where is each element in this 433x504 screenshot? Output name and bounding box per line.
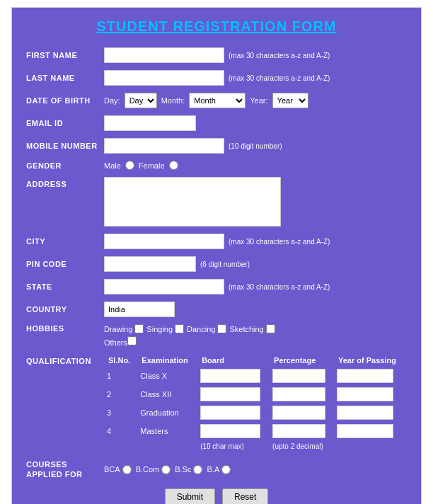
qual-sl: 1 — [104, 367, 137, 385]
month-select[interactable]: MonthJanuaryFebruaryMarchAprilMayJuneJul… — [189, 93, 246, 108]
gender-options: Male Female — [104, 161, 178, 170]
qual-year-input[interactable] — [337, 424, 393, 438]
city-hint: (max 30 characters a-z and A-Z) — [229, 238, 330, 246]
qual-exam: Graduation — [137, 403, 197, 422]
hobby-singing-check[interactable] — [175, 324, 184, 333]
hobby-sketching[interactable]: Sketching — [229, 324, 275, 333]
email-input[interactable] — [104, 115, 196, 131]
qualification-section: QUALIFICATION Sl.No. Examination Board P… — [26, 354, 407, 452]
courses-label: COURSESAPPLIED FOR — [26, 459, 104, 480]
address-row: ADDRESS — [26, 177, 407, 227]
address-input[interactable] — [104, 177, 281, 227]
course-ba-radio[interactable] — [221, 465, 231, 474]
qual-board-input[interactable] — [200, 424, 260, 438]
form-container: STUDENT REGISTRATION FORM FIRST NAME (ma… — [11, 7, 422, 504]
pin-hint: (6 digit number) — [200, 260, 250, 268]
hobby-dancing[interactable]: Dancing — [187, 324, 226, 333]
qual-th-year: Year of Passing — [334, 354, 407, 367]
qual-pct-input[interactable] — [272, 369, 325, 383]
qual-pct-cell — [270, 385, 334, 403]
pin-input[interactable] — [104, 256, 196, 272]
button-row: Submit Reset — [26, 488, 407, 504]
qual-pct-cell — [270, 367, 334, 385]
pin-row: PIN CODE (6 digit number) — [26, 256, 407, 272]
board-hint: (10 char max) — [197, 440, 270, 452]
address-label: ADDRESS — [26, 177, 104, 188]
reset-button[interactable]: Reset — [222, 488, 268, 504]
course-bcom[interactable]: B.Com — [136, 465, 171, 474]
last-name-row: LAST NAME (max 30 characters a-z and A-Z… — [26, 70, 407, 86]
qual-hint-row: (10 char max) (upto 2 decimal) — [104, 440, 407, 452]
mobile-input[interactable] — [104, 138, 224, 154]
qual-year-cell — [334, 385, 407, 403]
gender-male-radio[interactable] — [125, 161, 134, 170]
hobby-drawing[interactable]: Drawing — [104, 324, 144, 333]
day-label: Day: — [104, 96, 120, 105]
male-label: Male — [104, 161, 121, 170]
qual-board-input[interactable] — [200, 406, 260, 420]
last-name-hint: (max 30 characters a-z and A-Z) — [229, 74, 330, 82]
course-bca-radio[interactable] — [122, 465, 132, 474]
state-row: STATE (max 30 characters a-z and A-Z) — [26, 279, 407, 294]
hobby-dancing-check[interactable] — [217, 324, 226, 333]
qual-pct-input[interactable] — [272, 424, 325, 438]
last-name-label: LAST NAME — [26, 74, 104, 82]
gender-row: GENDER Male Female — [26, 161, 407, 170]
year-select[interactable]: Year200020012002200320042005200620072008… — [272, 93, 308, 108]
qual-th-board: Board — [197, 354, 270, 367]
qual-board-cell — [197, 403, 270, 422]
qual-board-input[interactable] — [200, 369, 260, 383]
pct-hint: (upto 2 decimal) — [270, 440, 334, 452]
year-label: Year: — [250, 96, 267, 105]
qual-year-input[interactable] — [337, 369, 393, 383]
email-row: EMAIL ID — [26, 115, 407, 131]
courses-options: BCA B.Com B.Sc B.A — [104, 465, 231, 474]
qualification-label: QUALIFICATION — [26, 354, 104, 365]
qual-sl: 4 — [104, 422, 137, 440]
mobile-hint: (10 digit number) — [229, 142, 282, 150]
qual-board-input[interactable] — [200, 387, 260, 401]
qual-sl: 3 — [104, 403, 137, 422]
country-label: COUNTRY — [26, 305, 104, 314]
last-name-input[interactable] — [104, 70, 224, 86]
gender-female-radio[interactable] — [169, 161, 178, 170]
qual-th-pct: Percentage — [270, 354, 334, 367]
course-bsc[interactable]: B.Sc — [175, 465, 202, 474]
submit-button[interactable]: Submit — [165, 488, 215, 504]
qual-year-input[interactable] — [337, 387, 393, 401]
state-input[interactable] — [104, 279, 224, 294]
page-title: STUDENT REGISTRATION FORM — [26, 18, 407, 35]
qual-exam: Masters — [137, 422, 197, 440]
state-hint: (max 30 characters a-z and A-Z) — [229, 283, 330, 291]
hobby-others[interactable]: Others — [104, 336, 137, 347]
qual-year-input[interactable] — [337, 406, 393, 420]
country-input[interactable] — [104, 302, 175, 317]
course-bcom-radio[interactable] — [161, 465, 171, 474]
pin-label: PIN CODE — [26, 260, 104, 268]
qual-row: 3 Graduation — [104, 403, 407, 422]
dob-row: DATE OF BIRTH Day: Day123456789101112131… — [26, 93, 407, 108]
qual-exam: Class X — [137, 367, 197, 385]
first-name-input[interactable] — [104, 47, 224, 63]
first-name-hint: (max 30 characters a-z and A-Z) — [229, 52, 330, 59]
hobby-drawing-check[interactable] — [134, 324, 144, 333]
qualification-table: Sl.No. Examination Board Percentage Year… — [104, 354, 407, 452]
dob-label: DATE OF BIRTH — [26, 96, 104, 105]
hobby-sketching-check[interactable] — [266, 324, 275, 333]
hobby-singing[interactable]: Singing — [146, 324, 184, 333]
city-row: CITY (max 30 characters a-z and A-Z) — [26, 234, 407, 249]
qual-pct-input[interactable] — [272, 406, 325, 420]
course-ba[interactable]: B.A — [207, 465, 231, 474]
qual-pct-input[interactable] — [272, 387, 325, 401]
courses-row: COURSESAPPLIED FOR BCA B.Com B.Sc B.A — [26, 459, 407, 480]
qual-row: 2 Class XII — [104, 385, 407, 403]
gender-label: GENDER — [26, 161, 104, 170]
qual-row: 4 Masters — [104, 422, 407, 440]
course-bca[interactable]: BCA — [104, 465, 132, 474]
course-bsc-radio[interactable] — [193, 465, 202, 474]
month-label: Month: — [161, 96, 185, 105]
day-select[interactable]: Day1234567891011121314151617181920212223… — [125, 93, 157, 108]
city-input[interactable] — [104, 234, 224, 249]
qual-year-cell — [334, 422, 407, 440]
hobby-others-check[interactable] — [127, 336, 137, 345]
